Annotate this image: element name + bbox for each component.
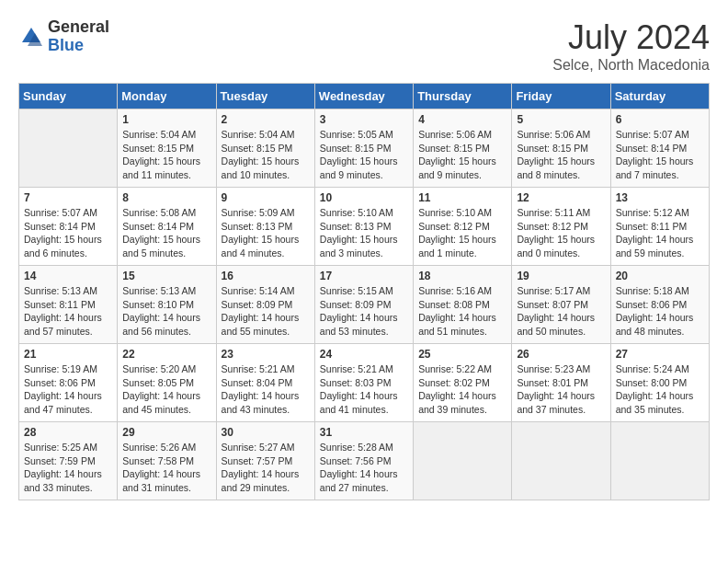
calendar-cell xyxy=(610,422,709,500)
sunrise: Sunrise: 5:05 AM xyxy=(320,129,393,140)
col-thursday: Thursday xyxy=(414,84,512,109)
daylight: Daylight: 15 hours and 11 minutes. xyxy=(122,155,200,180)
sunset: Sunset: 8:12 PM xyxy=(418,221,490,232)
day-info: Sunrise: 5:13 AM Sunset: 8:10 PM Dayligh… xyxy=(122,284,210,339)
day-number: 22 xyxy=(122,348,210,361)
calendar-table: Sunday Monday Tuesday Wednesday Thursday… xyxy=(18,83,710,500)
sunrise: Sunrise: 5:27 AM xyxy=(222,442,295,453)
page-header: General Blue July 2024 Selce, North Mace… xyxy=(18,18,710,74)
sunset: Sunset: 8:15 PM xyxy=(418,143,490,154)
day-number: 7 xyxy=(24,191,112,204)
calendar-cell: 16 Sunrise: 5:14 AM Sunset: 8:09 PM Dayl… xyxy=(216,266,314,344)
day-number: 14 xyxy=(24,270,112,282)
daylight: Daylight: 14 hours and 50 minutes. xyxy=(517,312,595,337)
sunset: Sunset: 8:08 PM xyxy=(418,299,490,310)
daylight: Daylight: 15 hours and 0 minutes. xyxy=(517,234,595,259)
sunrise: Sunrise: 5:21 AM xyxy=(320,363,393,374)
day-info: Sunrise: 5:04 AM Sunset: 8:15 PM Dayligh… xyxy=(122,128,210,182)
title-area: July 2024 Selce, North Macedonia xyxy=(552,18,710,74)
col-saturday: Saturday xyxy=(610,84,709,109)
daylight: Daylight: 14 hours and 41 minutes. xyxy=(320,390,398,415)
calendar-cell: 14 Sunrise: 5:13 AM Sunset: 8:11 PM Dayl… xyxy=(19,266,118,344)
day-info: Sunrise: 5:13 AM Sunset: 8:11 PM Dayligh… xyxy=(24,284,112,339)
day-info: Sunrise: 5:21 AM Sunset: 8:04 PM Dayligh… xyxy=(222,362,310,417)
logo: General Blue xyxy=(18,18,109,55)
sunset: Sunset: 8:11 PM xyxy=(24,299,96,310)
week-row-4: 21 Sunrise: 5:19 AM Sunset: 8:06 PM Dayl… xyxy=(19,344,710,422)
calendar-cell: 6 Sunrise: 5:07 AM Sunset: 8:14 PM Dayli… xyxy=(610,109,709,188)
sunset: Sunset: 8:09 PM xyxy=(320,299,392,310)
day-number: 25 xyxy=(418,348,506,361)
sunrise: Sunrise: 5:06 AM xyxy=(418,129,492,140)
daylight: Daylight: 14 hours and 39 minutes. xyxy=(418,390,496,415)
calendar-cell xyxy=(512,422,610,500)
sunrise: Sunrise: 5:10 AM xyxy=(418,207,492,218)
calendar-cell: 9 Sunrise: 5:09 AM Sunset: 8:13 PM Dayli… xyxy=(216,188,314,266)
daylight: Daylight: 14 hours and 55 minutes. xyxy=(222,312,300,337)
week-row-1: 1 Sunrise: 5:04 AM Sunset: 8:15 PM Dayli… xyxy=(19,109,710,188)
daylight: Daylight: 14 hours and 27 minutes. xyxy=(320,468,398,493)
sunrise: Sunrise: 5:10 AM xyxy=(320,207,393,218)
sunrise: Sunrise: 5:20 AM xyxy=(122,363,196,374)
day-info: Sunrise: 5:25 AM Sunset: 7:59 PM Dayligh… xyxy=(24,441,112,495)
sunset: Sunset: 8:02 PM xyxy=(418,377,490,388)
day-number: 24 xyxy=(320,348,408,361)
col-tuesday: Tuesday xyxy=(216,84,314,109)
calendar-cell: 11 Sunrise: 5:10 AM Sunset: 8:12 PM Dayl… xyxy=(414,188,512,266)
sunset: Sunset: 8:15 PM xyxy=(222,143,293,154)
daylight: Daylight: 14 hours and 43 minutes. xyxy=(222,390,300,415)
calendar-cell: 28 Sunrise: 5:25 AM Sunset: 7:59 PM Dayl… xyxy=(19,422,118,500)
calendar-cell: 30 Sunrise: 5:27 AM Sunset: 7:57 PM Dayl… xyxy=(216,422,314,500)
sunset: Sunset: 8:11 PM xyxy=(616,221,688,232)
daylight: Daylight: 15 hours and 10 minutes. xyxy=(222,155,300,180)
sunrise: Sunrise: 5:25 AM xyxy=(24,442,97,453)
day-number: 5 xyxy=(517,113,605,126)
daylight: Daylight: 14 hours and 29 minutes. xyxy=(222,468,300,493)
sunrise: Sunrise: 5:07 AM xyxy=(616,129,689,140)
day-number: 28 xyxy=(24,426,112,439)
sunset: Sunset: 8:06 PM xyxy=(616,299,688,310)
day-info: Sunrise: 5:06 AM Sunset: 8:15 PM Dayligh… xyxy=(418,128,506,182)
sunset: Sunset: 7:56 PM xyxy=(320,455,392,466)
location: Selce, North Macedonia xyxy=(552,57,710,74)
calendar-body: 1 Sunrise: 5:04 AM Sunset: 8:15 PM Dayli… xyxy=(19,109,710,500)
day-number: 11 xyxy=(418,191,506,204)
day-number: 30 xyxy=(222,426,310,439)
day-info: Sunrise: 5:27 AM Sunset: 7:57 PM Dayligh… xyxy=(222,441,310,495)
calendar-cell: 12 Sunrise: 5:11 AM Sunset: 8:12 PM Dayl… xyxy=(512,188,610,266)
daylight: Daylight: 14 hours and 53 minutes. xyxy=(320,312,398,337)
sunrise: Sunrise: 5:19 AM xyxy=(24,363,97,374)
day-info: Sunrise: 5:24 AM Sunset: 8:00 PM Dayligh… xyxy=(616,362,704,417)
sunrise: Sunrise: 5:09 AM xyxy=(222,207,295,218)
sunrise: Sunrise: 5:18 AM xyxy=(616,285,689,296)
daylight: Daylight: 14 hours and 35 minutes. xyxy=(616,390,694,415)
calendar-cell: 20 Sunrise: 5:18 AM Sunset: 8:06 PM Dayl… xyxy=(610,266,709,344)
sunrise: Sunrise: 5:14 AM xyxy=(222,285,295,296)
day-info: Sunrise: 5:18 AM Sunset: 8:06 PM Dayligh… xyxy=(616,284,704,339)
calendar-cell: 10 Sunrise: 5:10 AM Sunset: 8:13 PM Dayl… xyxy=(314,188,413,266)
sunset: Sunset: 8:06 PM xyxy=(24,377,96,388)
calendar-cell: 27 Sunrise: 5:24 AM Sunset: 8:00 PM Dayl… xyxy=(610,344,709,422)
day-number: 17 xyxy=(320,270,408,282)
sunrise: Sunrise: 5:16 AM xyxy=(418,285,492,296)
daylight: Daylight: 14 hours and 59 minutes. xyxy=(616,234,694,259)
calendar-cell: 7 Sunrise: 5:07 AM Sunset: 8:14 PM Dayli… xyxy=(19,188,118,266)
calendar-cell: 17 Sunrise: 5:15 AM Sunset: 8:09 PM Dayl… xyxy=(314,266,413,344)
day-number: 8 xyxy=(122,191,210,204)
sunset: Sunset: 8:14 PM xyxy=(616,143,688,154)
sunrise: Sunrise: 5:04 AM xyxy=(122,129,196,140)
day-number: 16 xyxy=(222,270,310,282)
day-number: 2 xyxy=(222,113,310,126)
day-info: Sunrise: 5:16 AM Sunset: 8:08 PM Dayligh… xyxy=(418,284,506,339)
day-number: 20 xyxy=(616,270,704,282)
day-info: Sunrise: 5:07 AM Sunset: 8:14 PM Dayligh… xyxy=(616,128,704,182)
col-monday: Monday xyxy=(118,84,216,109)
calendar-cell: 19 Sunrise: 5:17 AM Sunset: 8:07 PM Dayl… xyxy=(512,266,610,344)
daylight: Daylight: 15 hours and 9 minutes. xyxy=(418,155,496,180)
calendar-cell: 3 Sunrise: 5:05 AM Sunset: 8:15 PM Dayli… xyxy=(314,109,413,188)
sunset: Sunset: 8:15 PM xyxy=(122,143,194,154)
calendar-cell: 13 Sunrise: 5:12 AM Sunset: 8:11 PM Dayl… xyxy=(610,188,709,266)
day-number: 3 xyxy=(320,113,408,126)
sunrise: Sunrise: 5:06 AM xyxy=(517,129,590,140)
day-number: 13 xyxy=(616,191,704,204)
